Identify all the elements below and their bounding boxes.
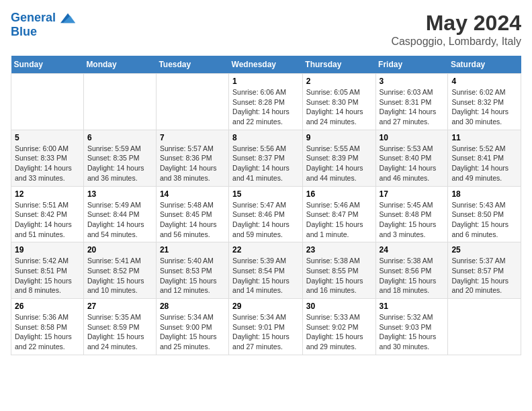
day-detail: Sunrise: 5:47 AMSunset: 8:46 PMDaylight:… xyxy=(232,200,299,240)
calendar-day-cell: 4Sunrise: 6:02 AMSunset: 8:32 PMDaylight… xyxy=(448,74,521,130)
calendar-day-cell: 9Sunrise: 5:55 AMSunset: 8:39 PMDaylight… xyxy=(302,130,375,186)
calendar-day-cell: 26Sunrise: 5:36 AMSunset: 8:58 PMDayligh… xyxy=(11,299,84,355)
day-detail: Sunrise: 5:36 AMSunset: 8:58 PMDaylight:… xyxy=(15,312,80,352)
calendar-day-cell: 10Sunrise: 5:53 AMSunset: 8:40 PMDayligh… xyxy=(375,130,448,186)
calendar-table: SundayMondayTuesdayWednesdayThursdayFrid… xyxy=(11,56,521,355)
calendar-day-cell: 19Sunrise: 5:42 AMSunset: 8:51 PMDayligh… xyxy=(11,242,84,299)
day-number: 23 xyxy=(306,245,372,255)
calendar-day-cell: 23Sunrise: 5:38 AMSunset: 8:55 PMDayligh… xyxy=(302,242,375,299)
day-number: 3 xyxy=(380,77,445,86)
day-detail: Sunrise: 5:56 AMSunset: 8:37 PMDaylight:… xyxy=(232,144,299,183)
calendar-day-cell: 27Sunrise: 5:35 AMSunset: 8:59 PMDayligh… xyxy=(83,299,156,355)
calendar-day-cell: 15Sunrise: 5:47 AMSunset: 8:46 PMDayligh… xyxy=(229,186,303,242)
calendar-day-cell xyxy=(448,299,521,355)
location-title: Caspoggio, Lombardy, Italy xyxy=(391,36,521,48)
calendar-week-row: 19Sunrise: 5:42 AMSunset: 8:51 PMDayligh… xyxy=(11,242,521,299)
weekday-header: Friday xyxy=(375,56,448,74)
day-detail: Sunrise: 5:53 AMSunset: 8:40 PMDaylight:… xyxy=(380,144,445,183)
day-number: 22 xyxy=(232,245,299,255)
day-detail: Sunrise: 5:34 AMSunset: 9:00 PMDaylight:… xyxy=(160,312,225,352)
calendar-week-row: 1Sunrise: 6:06 AMSunset: 8:28 PMDaylight… xyxy=(11,74,521,130)
day-number: 1 xyxy=(232,77,299,86)
day-number: 30 xyxy=(306,302,372,311)
day-number: 11 xyxy=(451,133,517,142)
calendar-day-cell: 14Sunrise: 5:48 AMSunset: 8:45 PMDayligh… xyxy=(156,186,228,242)
day-number: 2 xyxy=(306,77,372,86)
day-detail: Sunrise: 5:34 AMSunset: 9:01 PMDaylight:… xyxy=(232,312,299,352)
calendar-day-cell: 28Sunrise: 5:34 AMSunset: 9:00 PMDayligh… xyxy=(156,299,228,355)
day-detail: Sunrise: 5:51 AMSunset: 8:42 PMDaylight:… xyxy=(15,200,80,240)
day-detail: Sunrise: 6:00 AMSunset: 8:33 PMDaylight:… xyxy=(15,144,80,183)
calendar-day-cell: 16Sunrise: 5:46 AMSunset: 8:47 PMDayligh… xyxy=(302,186,375,242)
calendar-day-cell: 21Sunrise: 5:40 AMSunset: 8:53 PMDayligh… xyxy=(156,242,228,299)
day-number: 9 xyxy=(306,133,372,142)
calendar-day-cell: 20Sunrise: 5:41 AMSunset: 8:52 PMDayligh… xyxy=(83,242,156,299)
day-detail: Sunrise: 6:05 AMSunset: 8:30 PMDaylight:… xyxy=(306,87,372,127)
day-detail: Sunrise: 5:59 AMSunset: 8:35 PMDaylight:… xyxy=(87,144,152,183)
calendar-day-cell: 31Sunrise: 5:32 AMSunset: 9:03 PMDayligh… xyxy=(375,299,448,355)
calendar-day-cell: 30Sunrise: 5:33 AMSunset: 9:02 PMDayligh… xyxy=(302,299,375,355)
weekday-header: Wednesday xyxy=(229,56,303,74)
calendar-day-cell: 7Sunrise: 5:57 AMSunset: 8:36 PMDaylight… xyxy=(156,130,228,186)
day-detail: Sunrise: 5:35 AMSunset: 8:59 PMDaylight:… xyxy=(87,312,152,352)
day-number: 16 xyxy=(306,189,372,199)
weekday-header: Thursday xyxy=(302,56,375,74)
calendar-header: SundayMondayTuesdayWednesdayThursdayFrid… xyxy=(11,56,521,74)
day-detail: Sunrise: 5:52 AMSunset: 8:41 PMDaylight:… xyxy=(451,144,517,183)
day-detail: Sunrise: 5:32 AMSunset: 9:03 PMDaylight:… xyxy=(380,312,445,352)
day-detail: Sunrise: 6:03 AMSunset: 8:31 PMDaylight:… xyxy=(380,87,445,127)
day-number: 31 xyxy=(380,302,445,311)
day-detail: Sunrise: 5:39 AMSunset: 8:54 PMDaylight:… xyxy=(232,256,299,295)
calendar-week-row: 12Sunrise: 5:51 AMSunset: 8:42 PMDayligh… xyxy=(11,186,521,242)
weekday-header: Saturday xyxy=(448,56,521,74)
calendar-day-cell: 22Sunrise: 5:39 AMSunset: 8:54 PMDayligh… xyxy=(229,242,303,299)
calendar-day-cell xyxy=(156,74,228,130)
day-number: 5 xyxy=(15,133,80,142)
logo-icon xyxy=(60,11,75,26)
weekday-header: Sunday xyxy=(11,56,84,74)
day-detail: Sunrise: 5:45 AMSunset: 8:48 PMDaylight:… xyxy=(380,200,445,240)
logo-blue: Blue xyxy=(11,26,75,39)
calendar-day-cell: 17Sunrise: 5:45 AMSunset: 8:48 PMDayligh… xyxy=(375,186,448,242)
calendar-day-cell: 8Sunrise: 5:56 AMSunset: 8:37 PMDaylight… xyxy=(229,130,303,186)
calendar-day-cell: 2Sunrise: 6:05 AMSunset: 8:30 PMDaylight… xyxy=(302,74,375,130)
calendar-day-cell: 3Sunrise: 6:03 AMSunset: 8:31 PMDaylight… xyxy=(375,74,448,130)
page-header: General Blue May 2024 Caspoggio, Lombard… xyxy=(11,11,521,48)
weekday-header: Monday xyxy=(83,56,156,74)
day-number: 29 xyxy=(232,302,299,311)
day-number: 25 xyxy=(451,245,517,255)
day-detail: Sunrise: 5:48 AMSunset: 8:45 PMDaylight:… xyxy=(160,200,225,240)
day-number: 21 xyxy=(160,245,225,255)
calendar-day-cell: 25Sunrise: 5:37 AMSunset: 8:57 PMDayligh… xyxy=(448,242,521,299)
calendar-day-cell xyxy=(83,74,156,130)
calendar-day-cell: 12Sunrise: 5:51 AMSunset: 8:42 PMDayligh… xyxy=(11,186,84,242)
day-number: 15 xyxy=(232,189,299,199)
day-number: 8 xyxy=(232,133,299,142)
day-number: 12 xyxy=(15,189,80,199)
weekday-header: Tuesday xyxy=(156,56,228,74)
calendar-day-cell: 11Sunrise: 5:52 AMSunset: 8:41 PMDayligh… xyxy=(448,130,521,186)
day-number: 26 xyxy=(15,302,80,311)
day-number: 27 xyxy=(87,302,152,311)
day-number: 20 xyxy=(87,245,152,255)
calendar-day-cell: 18Sunrise: 5:43 AMSunset: 8:50 PMDayligh… xyxy=(448,186,521,242)
day-number: 6 xyxy=(87,133,152,142)
calendar-day-cell: 6Sunrise: 5:59 AMSunset: 8:35 PMDaylight… xyxy=(83,130,156,186)
calendar-body: 1Sunrise: 6:06 AMSunset: 8:28 PMDaylight… xyxy=(11,74,521,355)
day-detail: Sunrise: 5:37 AMSunset: 8:57 PMDaylight:… xyxy=(451,256,517,295)
month-title: May 2024 xyxy=(391,11,521,36)
day-detail: Sunrise: 6:02 AMSunset: 8:32 PMDaylight:… xyxy=(451,87,517,127)
calendar-day-cell: 29Sunrise: 5:34 AMSunset: 9:01 PMDayligh… xyxy=(229,299,303,355)
title-block: May 2024 Caspoggio, Lombardy, Italy xyxy=(391,11,521,48)
day-number: 24 xyxy=(380,245,445,255)
day-detail: Sunrise: 5:38 AMSunset: 8:56 PMDaylight:… xyxy=(380,256,445,295)
day-detail: Sunrise: 5:57 AMSunset: 8:36 PMDaylight:… xyxy=(160,144,225,183)
calendar-week-row: 26Sunrise: 5:36 AMSunset: 8:58 PMDayligh… xyxy=(11,299,521,355)
calendar-day-cell: 24Sunrise: 5:38 AMSunset: 8:56 PMDayligh… xyxy=(375,242,448,299)
day-number: 14 xyxy=(160,189,225,199)
day-number: 28 xyxy=(160,302,225,311)
day-number: 13 xyxy=(87,189,152,199)
day-detail: Sunrise: 5:55 AMSunset: 8:39 PMDaylight:… xyxy=(306,144,372,183)
calendar-day-cell: 1Sunrise: 6:06 AMSunset: 8:28 PMDaylight… xyxy=(229,74,303,130)
day-detail: Sunrise: 5:40 AMSunset: 8:53 PMDaylight:… xyxy=(160,256,225,295)
